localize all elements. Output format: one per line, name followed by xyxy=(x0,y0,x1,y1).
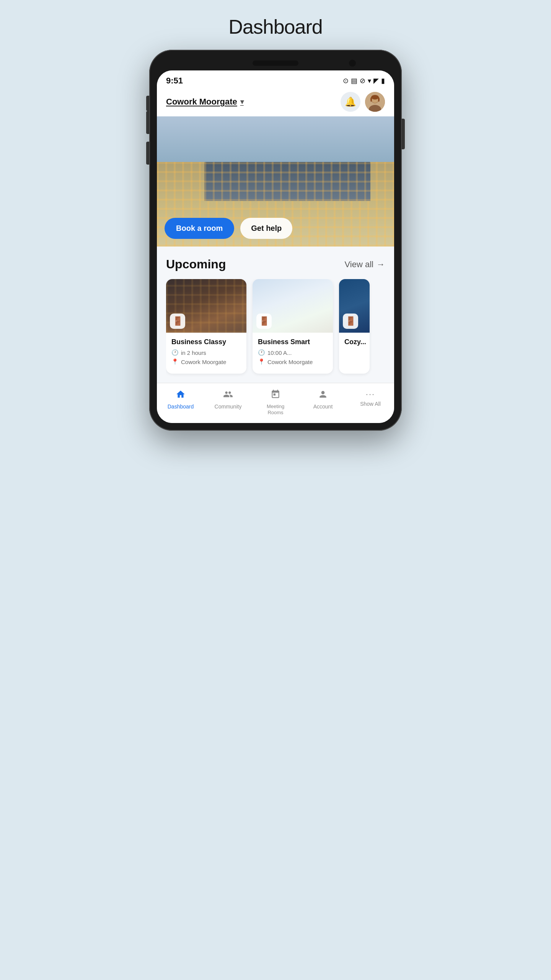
card-2-room-icon: 🚪 xyxy=(256,314,272,329)
tab-bar: Dashboard Community Meeting Rooms xyxy=(157,383,394,423)
card-1-body: Business Classy 🕐 in 2 hours 📍 Cowork Mo… xyxy=(166,333,246,374)
content-area: Upcoming View all → 🚪 Business Classy xyxy=(157,247,394,383)
book-room-button[interactable]: Book a room xyxy=(165,218,234,239)
tab-account[interactable]: Account xyxy=(299,388,347,417)
card-2-time-text: 10:00 A... xyxy=(267,350,292,356)
hero-image: Book a room Get help xyxy=(157,116,394,247)
arrow-right-icon: → xyxy=(377,260,385,270)
card-1-location-text: Cowork Moorgate xyxy=(181,359,226,365)
app-header: Cowork Moorgate ▾ 🔔 xyxy=(157,89,394,116)
header-right: 🔔 xyxy=(341,92,385,112)
card-2-location-text: Cowork Moorgate xyxy=(267,359,313,365)
status-time: 9:51 xyxy=(166,76,183,86)
get-help-button[interactable]: Get help xyxy=(240,218,292,239)
tab-meeting-rooms[interactable]: Meeting Rooms xyxy=(252,388,299,417)
upcoming-section-header: Upcoming View all → xyxy=(166,257,385,271)
tab-dashboard-label: Dashboard xyxy=(168,403,194,410)
notifications-button[interactable]: 🔔 xyxy=(341,92,360,112)
volume-down-button xyxy=(146,142,149,165)
cards-row: 🚪 Business Classy 🕐 in 2 hours 📍 Cowork … xyxy=(166,279,385,383)
status-sync-icon: ⊘ xyxy=(360,77,365,85)
upcoming-title: Upcoming xyxy=(166,257,226,271)
power-button xyxy=(402,119,405,149)
status-app-icon-1: ⊙ xyxy=(343,77,349,85)
hero-building-top xyxy=(204,162,370,201)
location-selector[interactable]: Cowork Moorgate ▾ xyxy=(166,97,244,107)
tab-show-all-label: Show All xyxy=(360,401,381,407)
page-title-label: Dashboard xyxy=(228,15,322,38)
status-bar: 9:51 ⊙ ▤ ⊘ ▾ ◤ ▮ xyxy=(157,70,394,89)
bell-icon: 🔔 xyxy=(345,96,356,107)
view-all-label: View all xyxy=(345,260,373,270)
card-3-body: Cozy... xyxy=(339,333,370,355)
tab-meeting-rooms-label: Meeting Rooms xyxy=(267,403,284,415)
mute-switch xyxy=(146,96,149,111)
card-2-body: Business Smart 🕐 10:00 A... 📍 Cowork Moo… xyxy=(253,333,333,374)
wifi-icon: ▾ xyxy=(368,77,371,85)
calendar-icon xyxy=(271,389,280,402)
status-storage-icon: ▤ xyxy=(351,77,357,85)
phone-notch xyxy=(157,57,394,70)
chevron-down-icon: ▾ xyxy=(240,98,244,106)
card-1-name: Business Classy xyxy=(171,338,241,346)
community-icon xyxy=(223,389,233,402)
card-3-name: Cozy... xyxy=(344,338,364,346)
hero-buttons: Book a room Get help xyxy=(165,218,292,239)
location-icon-2: 📍 xyxy=(258,358,265,365)
battery-icon: ▮ xyxy=(381,77,385,85)
phone-screen: 9:51 ⊙ ▤ ⊘ ▾ ◤ ▮ Cowork Moorgate ▾ 🔔 xyxy=(157,70,394,423)
clock-icon-2: 🕐 xyxy=(258,349,265,356)
home-icon xyxy=(176,389,186,402)
phone-shell: 9:51 ⊙ ▤ ⊘ ▾ ◤ ▮ Cowork Moorgate ▾ 🔔 xyxy=(149,50,402,431)
card-3-image: 🚪 xyxy=(339,279,370,333)
signal-icon: ◤ xyxy=(373,77,379,85)
location-icon-1: 📍 xyxy=(171,358,179,365)
view-all-link[interactable]: View all → xyxy=(345,260,385,270)
card-1-image: 🚪 xyxy=(166,279,246,333)
tab-community[interactable]: Community xyxy=(204,388,252,417)
phone-speaker xyxy=(253,60,298,66)
svg-point-4 xyxy=(371,95,379,100)
card-1-room-icon: 🚪 xyxy=(170,314,185,329)
status-icons: ⊙ ▤ ⊘ ▾ ◤ ▮ xyxy=(343,77,385,85)
card-cozy-partial[interactable]: 🚪 Cozy... xyxy=(339,279,370,374)
card-2-time: 🕐 10:00 A... xyxy=(258,349,328,356)
tab-dashboard[interactable]: Dashboard xyxy=(157,388,204,417)
card-1-time: 🕐 in 2 hours xyxy=(171,349,241,356)
svg-point-5 xyxy=(370,97,372,102)
location-name: Cowork Moorgate xyxy=(166,97,237,107)
phone-camera xyxy=(349,60,356,67)
card-1-time-text: in 2 hours xyxy=(181,350,206,356)
card-2-location: 📍 Cowork Moorgate xyxy=(258,358,328,365)
card-3-room-icon: 🚪 xyxy=(343,314,358,329)
tab-community-label: Community xyxy=(215,403,242,410)
clock-icon-1: 🕐 xyxy=(171,349,179,356)
avatar[interactable] xyxy=(365,92,385,112)
card-business-classy[interactable]: 🚪 Business Classy 🕐 in 2 hours 📍 Cowork … xyxy=(166,279,246,374)
volume-up-button xyxy=(146,111,149,134)
svg-point-6 xyxy=(378,97,380,102)
card-2-image: 🚪 xyxy=(253,279,333,333)
more-icon: ··· xyxy=(366,389,375,399)
card-business-smart[interactable]: 🚪 Business Smart 🕐 10:00 A... 📍 Cowork M… xyxy=(253,279,333,374)
tab-account-label: Account xyxy=(313,403,333,410)
tab-show-all[interactable]: ··· Show All xyxy=(347,388,394,417)
card-1-location: 📍 Cowork Moorgate xyxy=(171,358,241,365)
card-2-name: Business Smart xyxy=(258,338,328,346)
account-icon xyxy=(318,389,328,402)
hero-building-top-windows xyxy=(204,162,370,201)
